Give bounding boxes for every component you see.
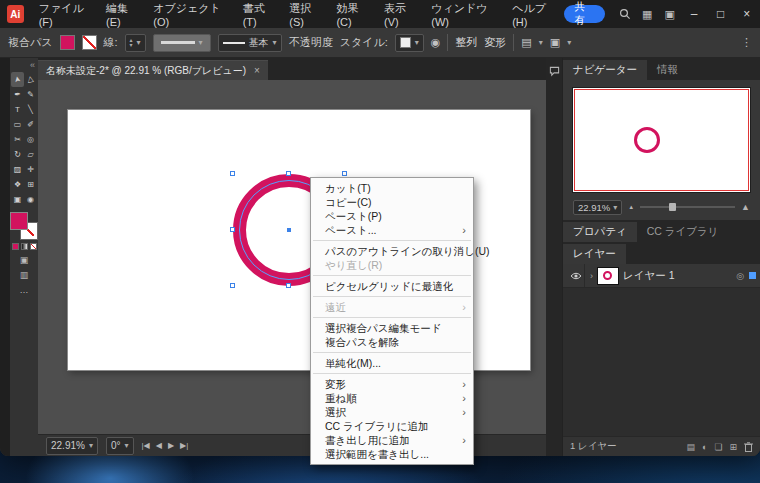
artboard-tool[interactable]: ▣ xyxy=(11,192,24,207)
visibility-eye-icon[interactable] xyxy=(567,264,585,287)
gradient-mode-button[interactable] xyxy=(21,243,28,250)
arrange-documents-icon[interactable]: ▣ xyxy=(658,0,681,28)
line-segment-tool[interactable]: ╲ xyxy=(24,102,37,117)
ctx-release-compound[interactable]: 複合パスを解除 xyxy=(311,335,473,349)
ctx-redo[interactable]: やり直し(R) xyxy=(311,258,473,272)
layer-target-icon[interactable]: ◎ xyxy=(736,271,744,281)
selection-handle[interactable] xyxy=(230,227,235,232)
tab-info[interactable]: 情報 xyxy=(647,60,688,80)
color-mode-button[interactable] xyxy=(12,243,19,250)
eyedropper-tool[interactable]: ✛ xyxy=(24,162,37,177)
ctx-add-to-library[interactable]: CC ライブラリに追加 xyxy=(311,419,473,433)
fill-stroke-control[interactable] xyxy=(11,213,37,239)
close-button[interactable]: × xyxy=(734,0,760,28)
tab-properties[interactable]: プロパティ xyxy=(563,222,637,242)
blob-brush-tool[interactable]: ◎ xyxy=(24,132,37,147)
scale-tool[interactable]: ▱ xyxy=(24,147,37,162)
zoom-level-dropdown[interactable]: 22.91% ▾ xyxy=(46,437,98,455)
zoom-slider-thumb[interactable] xyxy=(669,203,676,211)
chevron-down-icon[interactable]: ▾ xyxy=(539,38,543,47)
rotate-tool[interactable]: ↻ xyxy=(11,147,24,162)
ctx-add-to-export[interactable]: 書き出し用に追加 › xyxy=(311,433,473,447)
new-sublayer-icon[interactable]: ❏ xyxy=(714,442,722,452)
zoom-out-icon[interactable]: ▲ xyxy=(628,204,634,210)
ctx-select[interactable]: 選択 › xyxy=(311,405,473,419)
screen-mode-icon[interactable]: ▥ xyxy=(20,270,29,280)
document-tab[interactable]: 名称未設定-2* @ 22.91 % (RGB/プレビュー) × xyxy=(38,60,268,80)
ctx-isolate-compound[interactable]: 選択複合パス編集モード xyxy=(311,321,473,335)
layer-name[interactable]: レイヤー 1 xyxy=(623,269,731,283)
navigator-zoom-slider[interactable] xyxy=(640,206,735,208)
menu-edit[interactable]: 編集(E) xyxy=(99,0,146,28)
collect-for-export-icon[interactable]: ▤ xyxy=(686,442,695,452)
selection-tool[interactable]: ➤ xyxy=(11,72,24,87)
delete-layer-icon[interactable] xyxy=(744,442,753,452)
stepper-arrows-icon[interactable]: ▴▾ xyxy=(130,38,133,48)
next-artboard-icon[interactable]: ▶ xyxy=(168,441,174,450)
ctx-paste-options[interactable]: ペースト... › xyxy=(311,223,473,237)
recolor-artwork-icon[interactable]: ◉ xyxy=(431,36,441,49)
comment-icon[interactable] xyxy=(549,66,560,77)
ctx-transform[interactable]: 変形 › xyxy=(311,377,473,391)
ctx-export-selection[interactable]: 選択範囲を書き出し... xyxy=(311,447,473,461)
direct-selection-tool[interactable]: ▷ xyxy=(24,72,37,87)
style-swatch-dropdown[interactable]: ▾ xyxy=(395,34,424,52)
ctx-simplify[interactable]: 単純化(M)... xyxy=(311,356,473,370)
paintbrush-tool[interactable]: ✐ xyxy=(24,117,37,132)
minimize-button[interactable]: – xyxy=(681,0,707,28)
tab-navigator[interactable]: ナビゲーター xyxy=(563,60,647,80)
workspace-grid-icon[interactable]: ▦ xyxy=(636,0,659,28)
brush-definition-dropdown[interactable]: 基本 ▾ xyxy=(218,34,282,52)
isolate-mode-icon[interactable]: ▤ xyxy=(521,36,531,49)
search-icon[interactable] xyxy=(613,0,636,28)
maximize-button[interactable]: □ xyxy=(707,0,733,28)
gradient-tool[interactable]: ▨ xyxy=(11,162,24,177)
expand-layer-icon[interactable]: › xyxy=(590,271,593,281)
ctx-copy[interactable]: コピー(C) xyxy=(311,195,473,209)
tab-cc-libraries[interactable]: CC ライブラリ xyxy=(637,222,729,242)
menu-select[interactable]: 選択(S) xyxy=(282,0,329,28)
ctx-arrange[interactable]: 重ね順 › xyxy=(311,391,473,405)
menu-file[interactable]: ファイル(F) xyxy=(32,0,99,28)
ctx-paste[interactable]: ペースト(P) xyxy=(311,209,473,223)
ctx-pixel-grid[interactable]: ピクセルグリッドに最適化 xyxy=(311,279,473,293)
collapse-tools-icon[interactable]: « xyxy=(30,60,35,70)
type-tool[interactable]: T xyxy=(11,102,24,117)
ctx-perspective[interactable]: 遠近 › xyxy=(311,300,473,314)
selection-handle[interactable] xyxy=(286,283,291,288)
layer-selection-chip[interactable] xyxy=(749,272,756,279)
new-layer-icon[interactable]: ⊞ xyxy=(729,442,737,452)
navigator-preview[interactable] xyxy=(573,88,750,192)
align-button[interactable]: 整列 xyxy=(455,35,477,50)
close-tab-icon[interactable]: × xyxy=(254,65,260,76)
chevron-down-icon[interactable]: ▾ xyxy=(137,38,141,47)
none-mode-button[interactable] xyxy=(30,243,37,250)
make-clipping-mask-icon[interactable]: ◐ xyxy=(702,442,707,452)
zoom-tool[interactable]: ◉ xyxy=(24,192,37,207)
draw-mode-icon[interactable]: ▣ xyxy=(20,255,29,265)
edit-toolbar-icon[interactable]: … xyxy=(20,285,29,295)
selection-center-point[interactable] xyxy=(287,228,291,232)
last-artboard-icon[interactable]: ▶| xyxy=(180,441,188,450)
shape-builder-tool[interactable]: ❖ xyxy=(11,177,24,192)
fill-proxy-swatch[interactable] xyxy=(11,213,27,229)
zoom-in-icon[interactable]: ▲ xyxy=(741,202,750,212)
menu-object[interactable]: オブジェクト(O) xyxy=(146,0,235,28)
layer-row[interactable]: › レイヤー 1 ◎ xyxy=(563,264,760,288)
rectangle-tool[interactable]: ▭ xyxy=(11,117,24,132)
selection-handle[interactable] xyxy=(230,171,235,176)
fill-color-swatch[interactable] xyxy=(60,35,75,50)
chevron-down-icon[interactable]: ▾ xyxy=(567,38,571,47)
menu-effect[interactable]: 効果(C) xyxy=(329,0,377,28)
rotation-angle-dropdown[interactable]: 0° ▾ xyxy=(106,437,134,455)
scissors-tool[interactable]: ✂ xyxy=(11,132,24,147)
document-setup-icon[interactable]: ▣ xyxy=(550,36,560,49)
share-button[interactable]: 共有 xyxy=(564,5,606,23)
ctx-cut[interactable]: カット(T) xyxy=(311,181,473,195)
menu-view[interactable]: 表示(V) xyxy=(377,0,424,28)
navigator-zoom-dropdown[interactable]: 22.91% ▾ xyxy=(573,200,622,215)
ctx-undo[interactable]: パスのアウトラインの取り消し(U) xyxy=(311,244,473,258)
selection-handle[interactable] xyxy=(230,283,235,288)
menu-help[interactable]: ヘルプ(H) xyxy=(505,0,563,28)
stroke-color-swatch[interactable] xyxy=(82,35,97,50)
